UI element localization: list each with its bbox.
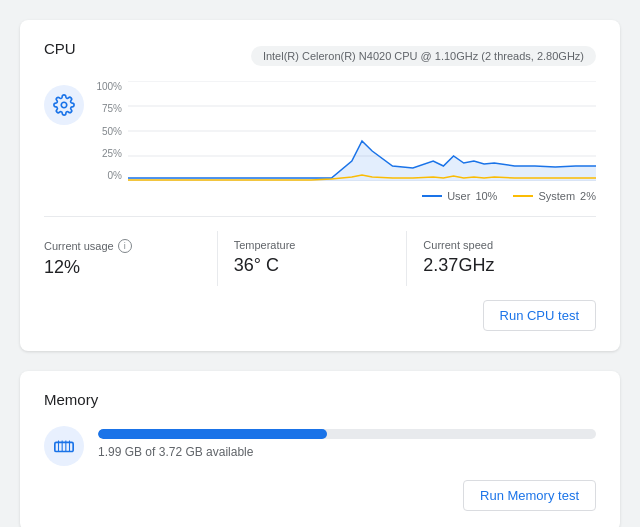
- memory-title: Memory: [44, 391, 596, 408]
- memory-bar-track: [98, 429, 596, 439]
- legend-user-label: User: [447, 190, 470, 202]
- memory-available-text: 1.99 GB of 3.72 GB available: [98, 445, 596, 459]
- legend-system: System 2%: [513, 190, 596, 202]
- cpu-header: CPU Intel(R) Celeron(R) N4020 CPU @ 1.10…: [44, 40, 596, 71]
- run-cpu-test-button[interactable]: Run CPU test: [483, 300, 596, 331]
- stat-speed: Current speed 2.37GHz: [407, 231, 596, 286]
- gear-icon: [53, 94, 75, 116]
- memory-content: 1.99 GB of 3.72 GB available: [44, 422, 596, 466]
- user-line-icon: [422, 195, 442, 197]
- memory-bar-wrap: 1.99 GB of 3.72 GB available: [98, 429, 596, 459]
- system-line-icon: [513, 195, 533, 197]
- cpu-chart-area: 100% 75% 50% 25% 0%: [96, 81, 596, 202]
- cpu-content: 100% 75% 50% 25% 0%: [44, 81, 596, 202]
- y-label-25: 25%: [96, 148, 122, 159]
- legend-user-value: 10%: [475, 190, 497, 202]
- svg-rect-5: [55, 442, 73, 451]
- run-memory-test-button[interactable]: Run Memory test: [463, 480, 596, 511]
- cpu-stats-row: Current usage i 12% Temperature 36° C Cu…: [44, 231, 596, 286]
- y-label-100: 100%: [96, 81, 122, 92]
- usage-info-icon[interactable]: i: [118, 239, 132, 253]
- cpu-run-btn-wrap: Run CPU test: [44, 300, 596, 331]
- y-label-75: 75%: [96, 103, 122, 114]
- memory-run-btn-wrap: Run Memory test: [44, 480, 596, 511]
- usage-value: 12%: [44, 257, 201, 278]
- cpu-title: CPU: [44, 40, 76, 57]
- memory-card: Memory 1.99 GB of 3.72 GB available: [20, 371, 620, 527]
- speed-value: 2.37GHz: [423, 255, 580, 276]
- cpu-card: CPU Intel(R) Celeron(R) N4020 CPU @ 1.10…: [20, 20, 620, 351]
- y-label-0: 0%: [96, 170, 122, 181]
- speed-label: Current speed: [423, 239, 580, 251]
- legend-user: User 10%: [422, 190, 497, 202]
- chart-legend: User 10% System 2%: [96, 190, 596, 202]
- temp-label: Temperature: [234, 239, 391, 251]
- cpu-chart: [128, 81, 596, 181]
- memory-icon: [53, 435, 75, 457]
- legend-system-label: System: [538, 190, 575, 202]
- memory-bar-fill: [98, 429, 327, 439]
- cpu-divider: [44, 216, 596, 217]
- stat-temp: Temperature 36° C: [218, 231, 408, 286]
- y-axis-labels: 100% 75% 50% 25% 0%: [96, 81, 128, 181]
- y-label-50: 50%: [96, 126, 122, 137]
- cpu-chip-label: Intel(R) Celeron(R) N4020 CPU @ 1.10GHz …: [251, 46, 596, 66]
- usage-label: Current usage i: [44, 239, 201, 253]
- legend-system-value: 2%: [580, 190, 596, 202]
- cpu-icon-circle: [44, 85, 84, 125]
- stat-usage: Current usage i 12%: [44, 231, 218, 286]
- temp-value: 36° C: [234, 255, 391, 276]
- memory-icon-circle: [44, 426, 84, 466]
